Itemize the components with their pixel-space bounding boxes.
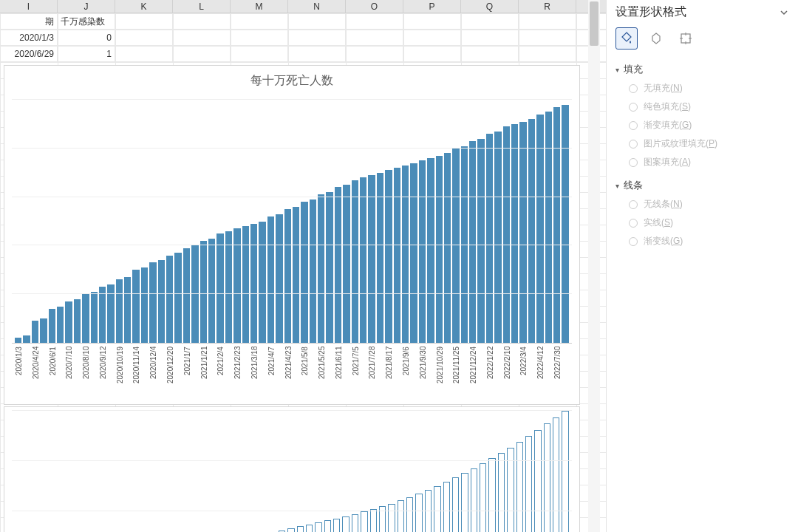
bar[interactable] <box>361 511 367 532</box>
column-header[interactable]: R <box>519 0 576 13</box>
bar[interactable] <box>293 207 299 343</box>
bar[interactable] <box>368 175 375 343</box>
bar[interactable] <box>427 158 434 343</box>
bar[interactable] <box>287 528 294 532</box>
bar[interactable] <box>562 105 568 343</box>
cell-label-date[interactable]: 期 <box>0 13 58 29</box>
bar[interactable] <box>99 287 106 343</box>
column-header[interactable]: M <box>231 0 288 13</box>
column-header[interactable]: K <box>115 0 173 13</box>
chart-1[interactable]: 每十万死亡人数 2020/1/32020/4/242020/6/12020/7/… <box>4 65 580 405</box>
column-header[interactable]: Q <box>461 0 519 13</box>
bar[interactable] <box>40 318 47 343</box>
bar[interactable] <box>82 294 89 343</box>
cell-date[interactable]: 2020/6/29 <box>0 46 58 61</box>
bar[interactable] <box>284 209 291 343</box>
bar[interactable] <box>242 226 249 343</box>
bar[interactable] <box>91 292 98 343</box>
bar[interactable] <box>23 335 30 343</box>
fill-line-tab[interactable] <box>615 27 638 50</box>
bar[interactable] <box>370 509 377 532</box>
bar[interactable] <box>436 156 443 343</box>
bar[interactable] <box>32 321 38 343</box>
bar[interactable] <box>166 256 173 343</box>
bar[interactable] <box>402 166 409 343</box>
bar[interactable] <box>149 262 156 343</box>
bar[interactable] <box>352 514 358 532</box>
bar[interactable] <box>132 270 139 343</box>
bar[interactable] <box>511 124 518 343</box>
cell-value[interactable]: 0 <box>58 30 115 45</box>
bar[interactable] <box>124 277 131 343</box>
bar[interactable] <box>477 139 484 343</box>
bar[interactable] <box>444 153 451 343</box>
bar[interactable] <box>225 231 232 343</box>
bar[interactable] <box>352 180 358 343</box>
bar[interactable] <box>259 222 265 344</box>
cell-date[interactable]: 2020/1/3 <box>0 30 58 45</box>
bar[interactable] <box>461 473 468 532</box>
bar[interactable] <box>443 482 450 532</box>
bar[interactable] <box>65 301 72 343</box>
bar[interactable] <box>553 107 560 343</box>
bar[interactable] <box>297 526 304 532</box>
bar[interactable] <box>388 504 395 532</box>
bar[interactable] <box>398 500 404 532</box>
effects-tab[interactable] <box>645 27 667 50</box>
vertical-scrollbar[interactable] <box>588 0 600 532</box>
column-header[interactable]: O <box>346 0 403 13</box>
bar[interactable] <box>333 519 340 532</box>
bar[interactable] <box>519 122 526 343</box>
bar[interactable] <box>562 411 568 532</box>
bar[interactable] <box>318 194 324 343</box>
bar[interactable] <box>183 248 190 343</box>
bar[interactable] <box>486 134 493 343</box>
column-header[interactable]: N <box>288 0 346 13</box>
bar[interactable] <box>310 200 316 343</box>
bar[interactable] <box>488 458 495 532</box>
bar[interactable] <box>57 307 64 343</box>
bar[interactable] <box>410 163 417 343</box>
bar[interactable] <box>480 463 486 532</box>
bar[interactable] <box>415 494 422 532</box>
cell-label-count[interactable]: 千万感染数 <box>58 13 115 29</box>
bar[interactable] <box>498 453 505 532</box>
bar[interactable] <box>545 112 552 343</box>
bar[interactable] <box>191 245 198 343</box>
bar[interactable] <box>553 417 559 532</box>
bar[interactable] <box>494 132 501 343</box>
bar[interactable] <box>276 214 282 343</box>
bar[interactable] <box>377 173 383 343</box>
bar[interactable] <box>208 239 215 343</box>
radio-option[interactable]: 无填充(N) <box>629 82 789 95</box>
radio-option[interactable]: 渐变线(G) <box>629 235 789 248</box>
bar[interactable] <box>74 299 81 343</box>
bar[interactable] <box>534 430 541 532</box>
radio-option[interactable]: 图案填充(A) <box>629 156 789 168</box>
radio-option[interactable]: 渐变填充(G) <box>629 119 789 132</box>
chevron-down-icon[interactable] <box>779 7 789 18</box>
scrollbar-thumb[interactable] <box>590 1 598 46</box>
bar[interactable] <box>503 126 510 343</box>
bar[interactable] <box>174 253 181 343</box>
bar[interactable] <box>15 338 21 343</box>
bar[interactable] <box>250 224 257 343</box>
size-properties-tab[interactable] <box>675 27 697 50</box>
bar[interactable] <box>158 260 165 343</box>
bar[interactable] <box>342 516 349 532</box>
bar[interactable] <box>315 522 321 532</box>
bar[interactable] <box>452 477 459 532</box>
column-header[interactable]: P <box>403 0 461 13</box>
bar[interactable] <box>360 177 366 343</box>
bar[interactable] <box>200 241 207 343</box>
bar[interactable] <box>525 436 532 532</box>
radio-option[interactable]: 纯色填充(S) <box>629 100 789 113</box>
bar[interactable] <box>335 187 341 343</box>
radio-option[interactable]: 无线条(N) <box>629 198 789 211</box>
column-header[interactable]: I <box>0 0 58 13</box>
radio-option[interactable]: 实线(S) <box>629 216 789 229</box>
bar[interactable] <box>267 216 274 343</box>
chart-2[interactable] <box>4 406 580 532</box>
bar[interactable] <box>116 279 123 343</box>
bar[interactable] <box>536 115 543 343</box>
